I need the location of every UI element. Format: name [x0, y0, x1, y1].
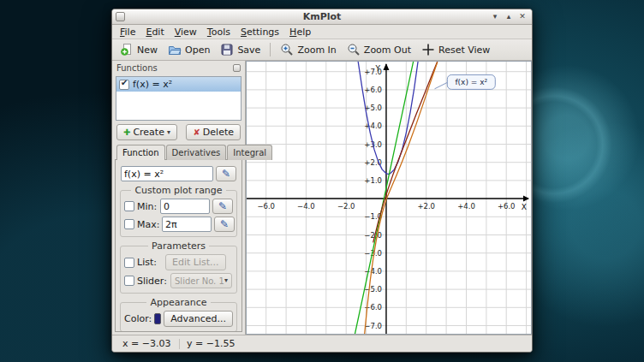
kmplot-window: KmPlot ▾ ▴ ✕ File Edit View Tools Settin… [111, 9, 533, 353]
function-tab-panel: ✎ Custom plot range Min: ✎ [115, 159, 242, 332]
zoom-in-button[interactable]: Zoom In [276, 41, 340, 58]
custom-plot-range-title: Custom plot range [131, 185, 225, 196]
chevron-down-icon: ▾ [224, 277, 228, 284]
max-row: Max: ✎ [124, 217, 233, 232]
slider-combobox-value: Slider No. 1 [175, 276, 224, 286]
new-button-label: New [137, 45, 158, 56]
functions-dock: Functions ✔ f(x) = x² ✚ Create [112, 61, 246, 335]
plus-icon: ✚ [123, 128, 130, 137]
maximize-icon[interactable]: ▴ [503, 11, 515, 22]
color-row: Color: Advanced... [124, 311, 233, 327]
menu-edit[interactable]: Edit [140, 26, 169, 39]
parameter-slider-label: Slider: [137, 276, 168, 287]
statusbar: x = −3.03 y = −1.55 [112, 335, 532, 352]
color-label: Color: [124, 313, 152, 324]
parameter-list-row: List: Edit List... [124, 254, 233, 270]
equation-editor-button[interactable]: ✎ [216, 166, 236, 181]
menu-tools[interactable]: Tools [202, 26, 236, 39]
main-area: Functions ✔ f(x) = x² ✚ Create [112, 61, 532, 335]
new-button[interactable]: New [116, 41, 162, 58]
menu-view[interactable]: View [170, 26, 202, 39]
edit-list-button[interactable]: Edit List... [165, 254, 226, 270]
status-y-coordinate: y = −1.55 [187, 338, 236, 349]
plot-canvas[interactable]: XY−6.0−4.0−2.0+2.0+4.0+6.0+7.0+6.0+5.0+4… [247, 62, 531, 334]
minimize-icon[interactable]: ▾ [489, 11, 501, 22]
svg-text:−4.0: −4.0 [364, 267, 382, 276]
svg-text:−4.0: −4.0 [297, 202, 315, 211]
max-checkbox[interactable] [124, 219, 134, 229]
min-editor-button[interactable]: ✎ [212, 199, 233, 214]
min-row: Min: ✎ [124, 199, 233, 214]
reset-view-button[interactable]: Reset View [417, 41, 494, 58]
window-title: KmPlot [112, 11, 532, 22]
tab-integral[interactable]: Integral [227, 145, 272, 160]
zoom-in-icon [280, 43, 294, 56]
parameters-group: Parameters List: Edit List... Slider: Sl… [120, 246, 237, 294]
reset-view-crosshair-icon [421, 43, 435, 56]
svg-text:−5.0: −5.0 [364, 285, 382, 294]
svg-text:−2.0: −2.0 [337, 202, 355, 211]
menu-help[interactable]: Help [284, 26, 316, 39]
close-icon[interactable]: ✕ [516, 11, 528, 22]
dock-float-icon[interactable] [233, 64, 241, 72]
function-list-item[interactable]: ✔ f(x) = x² [116, 77, 241, 92]
min-input[interactable] [160, 199, 210, 214]
function-list[interactable]: ✔ f(x) = x² [116, 76, 242, 121]
max-label: Max: [137, 219, 159, 230]
tab-function[interactable]: Function [116, 145, 165, 160]
parameters-title: Parameters [148, 240, 209, 252]
parameter-list-checkbox[interactable] [124, 258, 134, 268]
svg-text:+7.0: +7.0 [364, 68, 382, 76]
titlebar[interactable]: KmPlot ▾ ▴ ✕ [112, 9, 532, 25]
appearance-group: Appearance Color: Advanced... [120, 302, 237, 332]
svg-text:+6.0: +6.0 [498, 202, 516, 211]
desktop-background: KmPlot ▾ ▴ ✕ File Edit View Tools Settin… [0, 0, 644, 362]
chevron-down-icon: ▾ [167, 129, 170, 136]
dock-title: Functions [116, 63, 158, 73]
window-menu-icon[interactable] [116, 12, 125, 21]
svg-text:+5.0: +5.0 [364, 104, 382, 112]
pencil-icon: ✎ [220, 219, 229, 229]
parameter-slider-row: Slider: Slider No. 1 ▾ [124, 273, 233, 288]
function-visible-checkbox[interactable]: ✔ [119, 80, 129, 90]
tab-derivatives[interactable]: Derivatives [166, 145, 227, 160]
svg-text:−6.0: −6.0 [257, 202, 275, 211]
zoom-out-button[interactable]: Zoom Out [343, 41, 415, 58]
delete-x-icon: ✘ [193, 128, 200, 137]
appearance-title: Appearance [146, 297, 210, 308]
svg-text:−7.0: −7.0 [364, 322, 382, 330]
pencil-icon: ✎ [218, 201, 227, 211]
advanced-button[interactable]: Advanced... [164, 311, 233, 327]
dock-header: Functions [115, 62, 242, 74]
new-document-icon [120, 43, 134, 56]
slider-combobox[interactable]: Slider No. 1 ▾ [170, 273, 232, 288]
check-icon: ✔ [121, 78, 128, 87]
equation-input[interactable] [121, 166, 213, 181]
create-button-label: Create [133, 127, 164, 138]
save-button[interactable]: Save [216, 41, 265, 58]
svg-text:+4.0: +4.0 [364, 122, 382, 130]
zoom-out-icon [347, 43, 361, 56]
open-button[interactable]: Open [164, 41, 214, 58]
toolbar: New Open Save Zoom In [112, 39, 532, 61]
svg-text:f(x) = x²: f(x) = x² [455, 78, 487, 86]
save-button-label: Save [237, 45, 260, 56]
toolbar-separator [270, 43, 271, 56]
svg-text:−2.0: −2.0 [364, 231, 382, 240]
statusbar-separator [179, 339, 180, 349]
status-x-coordinate: x = −3.03 [122, 338, 172, 349]
max-editor-button[interactable]: ✎ [214, 217, 235, 232]
svg-text:+4.0: +4.0 [457, 202, 475, 211]
min-label: Min: [137, 201, 158, 212]
min-checkbox[interactable] [124, 201, 134, 211]
parameter-slider-checkbox[interactable] [124, 276, 134, 286]
save-disk-icon [220, 43, 234, 56]
tab-bar: Function Derivatives Integral [115, 144, 242, 159]
max-input[interactable] [162, 217, 212, 232]
plot-area: XY−6.0−4.0−2.0+2.0+4.0+6.0+7.0+6.0+5.0+4… [246, 61, 532, 335]
menu-file[interactable]: File [115, 26, 140, 39]
color-swatch-button[interactable] [154, 313, 161, 324]
create-button[interactable]: ✚ Create ▾ [116, 124, 177, 140]
delete-button[interactable]: ✘ Delete [186, 124, 241, 140]
menu-settings[interactable]: Settings [236, 26, 284, 39]
